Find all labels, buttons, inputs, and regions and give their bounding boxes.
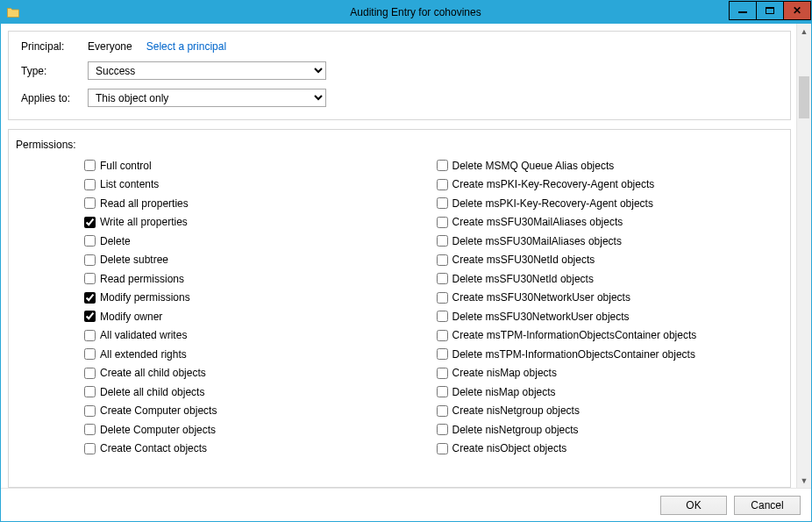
permission-item[interactable]: Create msTPM-InformationObjectsContainer… bbox=[437, 326, 780, 346]
permission-item[interactable]: Write all properties bbox=[84, 213, 428, 232]
permission-item[interactable]: Create msSFU30NetworkUser objects bbox=[437, 289, 780, 308]
permission-checkbox[interactable] bbox=[437, 330, 448, 341]
permission-checkbox[interactable] bbox=[437, 443, 448, 454]
vertical-scrollbar[interactable]: ▲ ▼ bbox=[796, 24, 811, 488]
auditing-entry-window: Auditing Entry for cohovines ✕ Principal… bbox=[0, 0, 812, 522]
permission-checkbox[interactable] bbox=[84, 405, 96, 417]
permission-label: Create Contact objects bbox=[100, 442, 207, 454]
permission-item[interactable]: Create msSFU30NetId objects bbox=[437, 251, 780, 270]
permissions-panel: Permissions: Full controlList contentsRe… bbox=[8, 129, 791, 488]
permission-item[interactable]: Create Contact objects bbox=[84, 440, 428, 459]
permission-checkbox[interactable] bbox=[437, 311, 448, 322]
permission-item[interactable]: Create nisObject objects bbox=[437, 440, 780, 459]
permissions-left-column: Full controlList contentsRead all proper… bbox=[84, 156, 428, 458]
permission-item[interactable]: Delete bbox=[84, 232, 428, 251]
permission-checkbox[interactable] bbox=[84, 292, 96, 304]
select-principal-link[interactable]: Select a principal bbox=[146, 40, 226, 53]
permission-item[interactable]: Delete msSFU30NetworkUser objects bbox=[437, 307, 780, 326]
permission-item[interactable]: All validated writes bbox=[84, 326, 428, 346]
permission-label: Create all child objects bbox=[100, 367, 206, 379]
permissions-label: Permissions: bbox=[16, 139, 780, 151]
permission-checkbox[interactable] bbox=[84, 348, 96, 360]
permission-label: Read permissions bbox=[100, 273, 184, 285]
permission-item[interactable]: Read permissions bbox=[84, 269, 428, 289]
permission-checkbox[interactable] bbox=[437, 368, 448, 379]
principal-label: Principal: bbox=[21, 40, 88, 53]
type-label: Type: bbox=[21, 65, 88, 77]
permission-checkbox[interactable] bbox=[84, 368, 96, 379]
permission-checkbox[interactable] bbox=[437, 348, 448, 360]
permission-label: Create msSFU30NetworkUser objects bbox=[452, 291, 630, 304]
permission-checkbox[interactable] bbox=[84, 254, 96, 266]
titlebar[interactable]: Auditing Entry for cohovines ✕ bbox=[1, 1, 811, 24]
permission-checkbox[interactable] bbox=[437, 386, 448, 397]
permission-item[interactable]: Delete all child objects bbox=[84, 383, 428, 402]
permission-checkbox[interactable] bbox=[437, 197, 448, 209]
ok-button[interactable]: OK bbox=[660, 496, 727, 515]
permission-item[interactable]: Delete nisNetgroup objects bbox=[437, 420, 780, 440]
permission-checkbox[interactable] bbox=[437, 273, 448, 284]
permission-label: Create msPKI-Key-Recovery-Agent objects bbox=[452, 178, 655, 190]
permission-checkbox[interactable] bbox=[437, 160, 448, 171]
permission-item[interactable]: All extended rights bbox=[84, 345, 428, 364]
folder-icon bbox=[6, 5, 20, 19]
applies-to-label: Applies to: bbox=[21, 92, 88, 104]
permission-item[interactable]: Delete nisMap objects bbox=[437, 383, 780, 402]
scroll-thumb[interactable] bbox=[799, 76, 809, 118]
permission-item[interactable]: Delete msPKI-Key-Recovery-Agent objects bbox=[437, 194, 780, 213]
permission-checkbox[interactable] bbox=[84, 386, 96, 397]
permission-label: Create nisNetgroup objects bbox=[452, 404, 580, 417]
permission-checkbox[interactable] bbox=[84, 424, 96, 435]
applies-to-select[interactable]: This object only bbox=[88, 89, 326, 107]
permission-item[interactable]: Create msSFU30MailAliases objects bbox=[437, 213, 780, 232]
window-title: Auditing Entry for cohovines bbox=[20, 6, 811, 18]
scroll-down-arrow-icon[interactable]: ▼ bbox=[797, 473, 811, 488]
minimize-button[interactable] bbox=[729, 1, 757, 20]
permission-item[interactable]: Delete msSFU30NetId objects bbox=[437, 269, 780, 289]
permission-item[interactable]: Delete MSMQ Queue Alias objects bbox=[437, 156, 780, 175]
principal-panel: Principal: Everyone Select a principal T… bbox=[8, 31, 791, 120]
permission-checkbox[interactable] bbox=[437, 424, 448, 435]
permission-checkbox[interactable] bbox=[84, 235, 96, 247]
permission-item[interactable]: Delete Computer objects bbox=[84, 420, 428, 440]
permission-checkbox[interactable] bbox=[84, 179, 96, 190]
permission-label: Delete msSFU30NetworkUser objects bbox=[452, 311, 630, 323]
client-area: Principal: Everyone Select a principal T… bbox=[1, 24, 811, 488]
permission-item[interactable]: Modify permissions bbox=[84, 289, 428, 308]
permission-item[interactable]: Create nisNetgroup objects bbox=[437, 402, 780, 421]
permission-checkbox[interactable] bbox=[437, 179, 448, 190]
permission-item[interactable]: Read all properties bbox=[84, 194, 428, 213]
maximize-button[interactable] bbox=[756, 1, 784, 20]
permission-checkbox[interactable] bbox=[437, 254, 448, 266]
permission-checkbox[interactable] bbox=[437, 405, 448, 417]
permission-checkbox[interactable] bbox=[84, 443, 96, 454]
permission-item[interactable]: Create msPKI-Key-Recovery-Agent objects bbox=[437, 175, 780, 195]
permission-checkbox[interactable] bbox=[84, 160, 96, 171]
permission-item[interactable]: Create all child objects bbox=[84, 364, 428, 383]
permissions-columns: Full controlList contentsRead all proper… bbox=[21, 156, 780, 458]
permission-item[interactable]: Full control bbox=[84, 156, 428, 175]
permission-checkbox[interactable] bbox=[437, 217, 448, 228]
permission-checkbox[interactable] bbox=[84, 330, 96, 341]
permission-checkbox[interactable] bbox=[437, 235, 448, 247]
permission-item[interactable]: Create nisMap objects bbox=[437, 364, 780, 383]
scroll-up-arrow-icon[interactable]: ▲ bbox=[797, 24, 811, 39]
permission-label: Create nisMap objects bbox=[452, 367, 557, 379]
minimize-icon bbox=[738, 11, 747, 13]
permission-checkbox[interactable] bbox=[84, 273, 96, 284]
permission-label: Create msSFU30MailAliases objects bbox=[452, 216, 623, 228]
permission-item[interactable]: List contents bbox=[84, 175, 428, 195]
permission-checkbox[interactable] bbox=[437, 292, 448, 304]
type-select[interactable]: Success bbox=[88, 61, 326, 80]
permission-checkbox[interactable] bbox=[84, 311, 96, 322]
maximize-icon bbox=[766, 7, 774, 14]
permission-item[interactable]: Modify owner bbox=[84, 307, 428, 326]
permission-item[interactable]: Delete msSFU30MailAliases objects bbox=[437, 232, 780, 251]
cancel-button[interactable]: Cancel bbox=[734, 496, 801, 515]
permission-checkbox[interactable] bbox=[84, 197, 96, 209]
permission-item[interactable]: Delete subtree bbox=[84, 251, 428, 270]
permission-item[interactable]: Create Computer objects bbox=[84, 402, 428, 421]
permission-item[interactable]: Delete msTPM-InformationObjectsContainer… bbox=[437, 345, 780, 364]
close-button[interactable]: ✕ bbox=[783, 1, 811, 20]
permission-checkbox[interactable] bbox=[84, 217, 96, 228]
